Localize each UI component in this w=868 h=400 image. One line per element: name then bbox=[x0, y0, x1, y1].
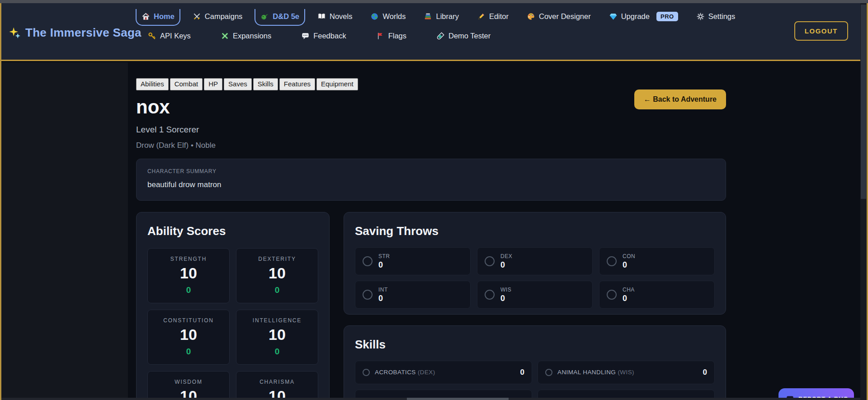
horizontal-scrollbar[interactable] bbox=[1, 398, 860, 400]
panels-row: Ability Scores STRENGTH100DEXTERITY100CO… bbox=[136, 212, 726, 400]
worlds-icon bbox=[370, 12, 379, 21]
save-proficiency-radio[interactable] bbox=[485, 256, 495, 266]
tab-equipment[interactable]: Equipment bbox=[316, 78, 358, 90]
ability-scores-panel: Ability Scores STRENGTH100DEXTERITY100CO… bbox=[136, 212, 330, 400]
vertical-scrollbar-thumb[interactable] bbox=[861, 5, 866, 199]
nav-item-d-d-5e[interactable]: D&D 5e bbox=[255, 9, 305, 26]
ability-name: CHARISMA bbox=[259, 379, 295, 385]
brand-logo: The Immersive Saga bbox=[9, 26, 142, 40]
nav-item-label: Settings bbox=[708, 12, 736, 21]
ability-name: INTELLIGENCE bbox=[253, 317, 302, 324]
ability-modifier: 0 bbox=[275, 285, 280, 295]
save-proficiency-radio[interactable] bbox=[485, 290, 495, 300]
nav-item-demo-tester[interactable]: Demo Tester bbox=[430, 28, 496, 45]
nav-item-label: Demo Tester bbox=[448, 32, 491, 40]
feedback-icon bbox=[301, 32, 310, 40]
nav-item-label: Cover Designer bbox=[539, 12, 591, 21]
tab-features[interactable]: Features bbox=[279, 78, 315, 90]
nav-item-feedback[interactable]: Feedback bbox=[295, 28, 352, 45]
tab-skills[interactable]: Skills bbox=[253, 78, 278, 90]
saving-throws-title: Saving Throws bbox=[355, 224, 715, 238]
back-to-adventure-button[interactable]: ← Back to Adventure bbox=[634, 89, 726, 109]
nav-item-label: Campaigns bbox=[205, 12, 242, 21]
ability-grid: STRENGTH100DEXTERITY100CONSTITUTION100IN… bbox=[147, 248, 318, 400]
save-ability-abbr: CON bbox=[623, 253, 635, 259]
ability-score: 10 bbox=[180, 265, 197, 281]
skills-grid: ACROBATICS (DEX)0ANIMAL HANDLING (WIS)0A… bbox=[355, 361, 715, 400]
sparkles-icon bbox=[9, 27, 21, 39]
ability-name: STRENGTH bbox=[170, 256, 207, 262]
nav-item-label: Feedback bbox=[313, 32, 346, 40]
page-left-gutter bbox=[1, 62, 128, 398]
ability-modifier: 0 bbox=[275, 347, 280, 357]
ability-card-intelligence: INTELLIGENCE100 bbox=[236, 310, 318, 365]
skill-value: 0 bbox=[520, 368, 524, 377]
nav-item-library[interactable]: Library bbox=[418, 9, 464, 26]
ability-card-dexterity: DEXTERITY100 bbox=[236, 248, 318, 303]
settings-icon bbox=[696, 12, 705, 21]
cover-designer-icon bbox=[527, 12, 535, 21]
nav-item-worlds[interactable]: Worlds bbox=[364, 9, 411, 26]
nav-item-label: Worlds bbox=[382, 12, 406, 21]
sheet-tab-bar: AbilitiesCombatHPSavesSkillsFeaturesEqui… bbox=[136, 78, 726, 90]
campaigns-icon bbox=[193, 12, 201, 21]
save-card-str: STR0 bbox=[355, 247, 471, 275]
tab-combat[interactable]: Combat bbox=[170, 78, 203, 90]
nav-item-label: Expansions bbox=[233, 32, 271, 40]
ability-score: 10 bbox=[269, 327, 286, 342]
skills-title: Skills bbox=[355, 338, 715, 352]
save-card-cha: CHA0 bbox=[599, 281, 715, 309]
nav-item-label: Flags bbox=[388, 32, 406, 40]
nav-item-novels[interactable]: Novels bbox=[311, 9, 358, 26]
right-column: Saving Throws STR0DEX0CON0INT0WIS0CHA0 S… bbox=[344, 212, 726, 400]
save-proficiency-radio[interactable] bbox=[607, 256, 617, 266]
skill-ability-ref: (WIS) bbox=[618, 369, 634, 376]
skill-proficiency-radio[interactable] bbox=[545, 369, 552, 376]
nav-item-api-keys[interactable]: API Keys bbox=[142, 28, 197, 45]
logout-button[interactable]: LOGOUT bbox=[794, 21, 848, 41]
save-proficiency-radio[interactable] bbox=[363, 256, 373, 266]
expansions-icon bbox=[221, 32, 229, 40]
nav-item-editor[interactable]: Editor bbox=[471, 9, 514, 26]
skill-proficiency-radio[interactable] bbox=[363, 369, 370, 376]
character-race-background: Drow (Dark Elf) • Noble bbox=[136, 141, 726, 150]
ability-modifier: 0 bbox=[186, 347, 191, 357]
nav-item-upgrade[interactable]: UpgradePRO bbox=[603, 9, 684, 26]
nav-item-home[interactable]: Home bbox=[136, 9, 180, 26]
summary-label: CHARACTER SUMMARY bbox=[147, 168, 715, 174]
home-icon bbox=[142, 12, 150, 21]
tab-hp[interactable]: HP bbox=[204, 78, 222, 90]
nav-item-label: Upgrade bbox=[621, 12, 650, 21]
skill-value: 0 bbox=[703, 368, 707, 377]
tab-saves[interactable]: Saves bbox=[224, 78, 252, 90]
ability-card-strength: STRENGTH100 bbox=[147, 248, 230, 303]
nav-item-expansions[interactable]: Expansions bbox=[215, 28, 277, 45]
nav-item-campaigns[interactable]: Campaigns bbox=[187, 9, 248, 26]
nav-row-primary: HomeCampaignsD&D 5eNovelsWorldsLibraryEd… bbox=[136, 9, 719, 26]
nav-item-settings[interactable]: Settings bbox=[690, 9, 741, 26]
tab-abilities[interactable]: Abilities bbox=[136, 78, 169, 90]
saving-throws-panel: Saving Throws STR0DEX0CON0INT0WIS0CHA0 bbox=[344, 212, 726, 315]
horizontal-scrollbar-thumb[interactable] bbox=[407, 398, 509, 400]
ability-scores-title: Ability Scores bbox=[147, 224, 318, 238]
save-text: DEX0 bbox=[500, 253, 512, 269]
save-card-int: INT0 bbox=[355, 281, 471, 309]
skill-row-animal-handling: ANIMAL HANDLING (WIS)0 bbox=[538, 361, 715, 384]
nav-item-flags[interactable]: Flags bbox=[370, 28, 412, 45]
vertical-scrollbar[interactable] bbox=[860, 3, 867, 400]
save-value: 0 bbox=[378, 294, 388, 302]
character-summary-card: CHARACTER SUMMARY beautiful drow matron bbox=[136, 159, 726, 201]
nav-row-secondary: API KeysExpansionsFeedbackFlagsDemo Test… bbox=[142, 28, 719, 45]
save-card-dex: DEX0 bbox=[477, 247, 593, 275]
ability-card-wisdom: WISDOM100 bbox=[147, 371, 230, 400]
save-card-wis: WIS0 bbox=[477, 281, 593, 309]
save-proficiency-radio[interactable] bbox=[363, 290, 373, 300]
nav-item-cover-designer[interactable]: Cover Designer bbox=[521, 9, 597, 26]
brand-title: The Immersive Saga bbox=[25, 26, 142, 40]
save-proficiency-radio[interactable] bbox=[607, 290, 617, 300]
save-value: 0 bbox=[623, 294, 635, 302]
main-nav: HomeCampaignsD&D 5eNovelsWorldsLibraryEd… bbox=[136, 9, 719, 45]
save-value: 0 bbox=[378, 261, 390, 269]
demo-tester-icon bbox=[436, 32, 445, 40]
ability-name: DEXTERITY bbox=[258, 256, 296, 262]
